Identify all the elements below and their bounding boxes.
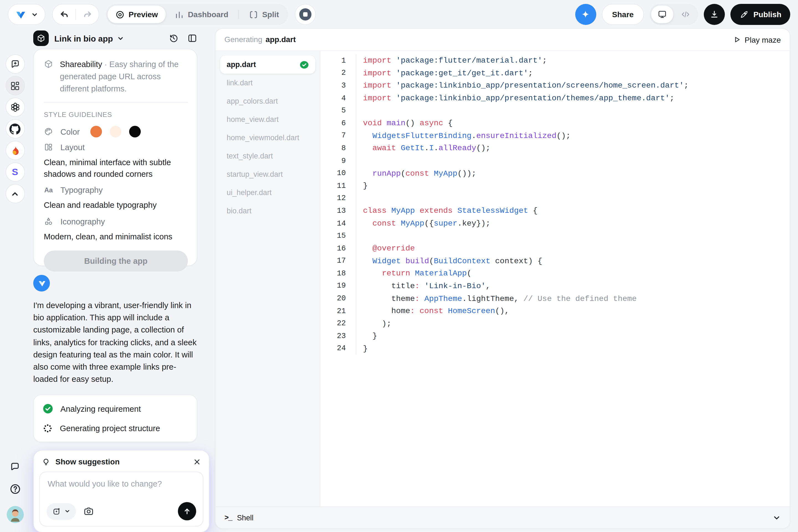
- version-history-icon[interactable]: [169, 33, 178, 43]
- code-text: WidgetsFlutterBinding.ensureInitialized(…: [356, 129, 790, 142]
- stripe-integration-button[interactable]: S: [5, 163, 25, 182]
- feature-shareability: Shareability · Easy sharing of the gener…: [44, 58, 188, 95]
- code-line: 16 @override: [320, 242, 790, 255]
- ai-assist-button[interactable]: [575, 4, 596, 25]
- monitor-icon: [658, 10, 667, 19]
- workspace-menu-button[interactable]: [8, 4, 45, 25]
- file-name: startup_view.dart: [227, 170, 283, 178]
- swatch-black: [129, 126, 141, 137]
- preview-icon: [115, 10, 125, 19]
- send-button[interactable]: [178, 502, 196, 520]
- file-item[interactable]: home_view.dart: [220, 110, 315, 129]
- line-number: 23: [320, 332, 356, 340]
- line-number: 3: [320, 81, 356, 90]
- file-item[interactable]: app_colors.dart: [220, 92, 315, 110]
- new-chat-button[interactable]: [5, 54, 25, 74]
- file-name: app.dart: [227, 60, 256, 69]
- line-number: 4: [320, 94, 356, 102]
- prompt-input[interactable]: [46, 479, 198, 489]
- chevron-down-icon: [64, 508, 70, 514]
- line-number: 24: [320, 344, 356, 353]
- file-item[interactable]: text_style.dart: [220, 147, 315, 165]
- dashboard-icon: [174, 10, 184, 19]
- blocks-panel-button[interactable]: [5, 76, 25, 95]
- line-number: 1: [320, 57, 356, 65]
- code-line: 10 runApp(const MyApp());: [320, 167, 790, 179]
- file-item[interactable]: link.dart: [220, 74, 315, 92]
- code-text: }: [356, 342, 790, 355]
- chevron-down-icon: [31, 11, 38, 18]
- shell-expand-icon[interactable]: [773, 513, 781, 522]
- code-line: 13class MyApp extends StatelessWidget {: [320, 205, 790, 217]
- code-line: 8 await GetIt.I.allReady();: [320, 142, 790, 154]
- undo-button[interactable]: [53, 4, 75, 24]
- toggle-panel-icon[interactable]: [187, 33, 197, 43]
- tab-split[interactable]: Split: [241, 5, 287, 23]
- generating-filename: app.dart: [266, 36, 296, 44]
- model-selector[interactable]: [46, 503, 76, 519]
- tab-dashboard[interactable]: Dashboard: [167, 5, 236, 23]
- requirements-card: Shareability · Easy sharing of the gener…: [33, 49, 197, 266]
- user-avatar[interactable]: [6, 506, 23, 523]
- collapse-rail-button[interactable]: [5, 184, 25, 203]
- openai-integration-button[interactable]: [5, 97, 25, 117]
- typography-desc: Clean and readable typography: [44, 200, 188, 211]
- shell-bar[interactable]: >_ Shell: [215, 507, 790, 528]
- code-text: return MaterialApp(: [356, 267, 790, 280]
- file-item[interactable]: bio.dart: [220, 202, 315, 220]
- screenshot-icon[interactable]: [83, 506, 94, 517]
- code-text: import 'package:linkinbio_app/presentati…: [356, 79, 790, 92]
- package-cube-icon: [44, 59, 53, 95]
- feedback-chat-icon[interactable]: [10, 461, 20, 472]
- stop-recording-button[interactable]: [295, 4, 316, 25]
- file-item[interactable]: ui_helper.dart: [220, 184, 315, 202]
- project-chevron-icon[interactable]: [117, 35, 124, 42]
- editor-panel: Generating app.dart Play maze app.dartli…: [215, 28, 790, 529]
- layout-row: Layout: [44, 142, 188, 152]
- github-integration-button[interactable]: [5, 119, 25, 138]
- file-list: app.dartlink.dartapp_colors.darthome_vie…: [215, 51, 320, 507]
- code-text: class MyApp extends StatelessWidget {: [356, 205, 790, 217]
- code-editor[interactable]: 1import 'package:flutter/material.dart';…: [320, 51, 790, 507]
- layout-label: Layout: [60, 143, 85, 152]
- code-view-button[interactable]: [675, 5, 697, 23]
- share-button[interactable]: Share: [602, 4, 644, 25]
- code-lines: 1import 'package:flutter/material.dart';…: [320, 54, 790, 355]
- code-text: home: const HomeScreen(),: [356, 305, 790, 317]
- integration-rail: S: [0, 29, 30, 532]
- desktop-view-button[interactable]: [651, 5, 673, 23]
- play-maze-button[interactable]: Play maze: [732, 35, 781, 44]
- shell-label: Shell: [237, 513, 253, 522]
- line-number: 22: [320, 320, 356, 328]
- divider: [44, 102, 188, 102]
- file-name: ui_helper.dart: [227, 188, 271, 197]
- file-item[interactable]: app.dart: [220, 55, 315, 74]
- code-line: 11}: [320, 179, 790, 192]
- feature-separator: ·: [104, 60, 110, 69]
- file-item[interactable]: startup_view.dart: [220, 165, 315, 184]
- code-text: @override: [356, 242, 790, 255]
- redo-button[interactable]: [76, 4, 99, 24]
- assistant-avatar: [33, 275, 50, 291]
- code-line: 4import 'package:linkinbio_app/presentat…: [320, 92, 790, 104]
- download-button[interactable]: [704, 4, 725, 25]
- device-code-switch: [650, 4, 699, 25]
- prompt-input-card: [39, 472, 203, 527]
- code-line: 21 home: const HomeScreen(),: [320, 305, 790, 317]
- building-the-app-button[interactable]: Building the app: [44, 250, 188, 271]
- flame-integration-button[interactable]: [5, 141, 25, 160]
- help-icon[interactable]: [9, 483, 21, 495]
- code-line: 19 title: 'Link-in-Bio',: [320, 280, 790, 292]
- check-circle-icon: [43, 403, 53, 414]
- line-number: 11: [320, 182, 356, 190]
- file-item[interactable]: home_viewmodel.dart: [220, 129, 315, 147]
- publish-button[interactable]: Publish: [731, 4, 790, 25]
- line-number: 5: [320, 107, 356, 115]
- code-text: await GetIt.I.allReady();: [356, 142, 790, 154]
- tab-preview[interactable]: Preview: [108, 5, 166, 23]
- code-text: runApp(const MyApp());: [356, 167, 790, 179]
- file-name: home_view.dart: [227, 115, 279, 124]
- iconography-label: Iconography: [60, 217, 105, 226]
- close-icon[interactable]: [193, 457, 201, 466]
- line-number: 14: [320, 219, 356, 227]
